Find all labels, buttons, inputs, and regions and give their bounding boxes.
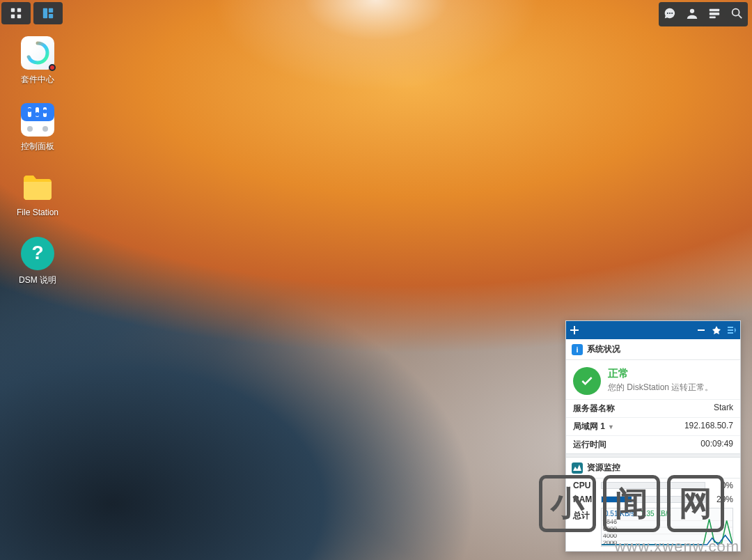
control-panel-shortcut[interactable]: 控制面板 — [10, 103, 65, 153]
cpu-row: CPU 0% — [566, 479, 740, 492]
search-button[interactable] — [726, 2, 748, 24]
icon-label: File Station — [10, 208, 65, 217]
svg-rect-31 — [728, 332, 733, 334]
system-status-header[interactable]: i 系统状况 — [566, 339, 740, 360]
svg-point-14 — [733, 9, 739, 16]
network-row: 总计 0.51 KB/s 1.35 KB/s 7846 6000 4000 20… — [566, 506, 740, 551]
dashboard-icon — [42, 7, 54, 20]
svg-rect-3 — [17, 15, 21, 18]
svg-point-24 — [42, 126, 48, 132]
monitor-icon — [572, 462, 583, 474]
icon-label: 套件中心 — [10, 74, 65, 86]
search-icon — [730, 7, 743, 20]
widgets-icon — [708, 7, 721, 20]
svg-rect-12 — [710, 13, 719, 15]
svg-rect-0 — [11, 8, 15, 12]
status-ok-icon — [573, 367, 601, 395]
svg-rect-4 — [43, 8, 47, 18]
user-icon — [686, 7, 698, 20]
info-icon: i — [572, 344, 583, 355]
uptime-row: 运行时间 00:09:49 — [566, 435, 740, 453]
collapse-icon[interactable] — [728, 326, 736, 334]
svg-rect-13 — [710, 17, 716, 19]
resource-monitor-header[interactable]: 资源监控 — [566, 458, 740, 479]
svg-rect-28 — [698, 329, 705, 331]
cpu-bar — [601, 482, 705, 489]
svg-text:?: ? — [31, 242, 43, 263]
svg-rect-27 — [570, 329, 579, 331]
status-description: 您的 DiskStation 运转正常。 — [608, 382, 713, 394]
control-panel-icon — [21, 103, 54, 137]
grid-icon — [10, 7, 22, 20]
chat-icon — [664, 7, 676, 20]
svg-rect-6 — [49, 14, 53, 18]
svg-rect-2 — [11, 15, 15, 18]
svg-point-20 — [28, 108, 32, 112]
minimize-icon[interactable] — [697, 326, 705, 334]
desktop: 套件中心 控制面板 File Station ? DSM 说明 — [0, 0, 752, 560]
widgets-button[interactable] — [703, 2, 726, 24]
section-title-text: 资源监控 — [587, 462, 620, 474]
package-center-shortcut[interactable]: 套件中心 — [10, 36, 65, 86]
svg-point-10 — [690, 9, 694, 13]
server-name-value: Stark — [714, 403, 733, 414]
notification-badge — [49, 64, 56, 71]
file-station-shortcut[interactable]: File Station — [10, 170, 65, 217]
ram-percent: 29% — [710, 495, 733, 504]
status-block: 正常 您的 DiskStation 运转正常。 — [566, 360, 740, 399]
uptime-value: 00:09:49 — [700, 439, 733, 451]
svg-point-7 — [667, 13, 668, 14]
svg-rect-5 — [49, 8, 53, 13]
widget-header[interactable] — [566, 321, 740, 339]
cpu-percent: 0% — [710, 481, 733, 490]
section-title-text: 系统状况 — [587, 343, 620, 355]
svg-rect-11 — [710, 9, 719, 12]
taskbar — [0, 0, 752, 26]
pin-icon[interactable] — [712, 326, 721, 334]
svg-rect-29 — [728, 327, 733, 328]
chat-button[interactable] — [659, 2, 681, 24]
lan-ip-value: 192.168.50.7 — [684, 421, 733, 433]
network-graph: 0.51 KB/s 1.35 KB/s 7846 6000 4000 2000 — [601, 508, 733, 547]
dashboard-button[interactable] — [33, 2, 63, 24]
ram-row: RAM 29% — [566, 492, 740, 506]
add-widget-icon[interactable] — [570, 326, 579, 334]
system-widget-panel: i 系统状况 正常 您的 DiskStation 运转正常。 服务器名称 Sta… — [565, 320, 741, 552]
svg-point-8 — [669, 13, 671, 14]
svg-point-23 — [27, 126, 33, 132]
svg-rect-30 — [728, 329, 733, 331]
apps-grid-button[interactable] — [1, 2, 31, 24]
svg-point-21 — [36, 112, 40, 116]
svg-point-22 — [43, 109, 47, 114]
dsm-help-shortcut[interactable]: ? DSM 说明 — [10, 237, 65, 286]
icon-label: 控制面板 — [10, 141, 65, 153]
user-button[interactable] — [681, 2, 703, 24]
svg-point-9 — [671, 13, 673, 14]
svg-rect-1 — [17, 8, 21, 12]
icon-label: DSM 说明 — [10, 274, 65, 286]
ram-bar — [601, 496, 705, 503]
lan-row[interactable]: 局域网 1▼ 192.168.50.7 — [566, 417, 740, 435]
help-icon: ? — [21, 237, 54, 270]
folder-icon — [21, 170, 54, 203]
server-name-row: 服务器名称 Stark — [566, 399, 740, 417]
svg-line-15 — [739, 15, 742, 19]
chevron-down-icon: ▼ — [608, 423, 614, 430]
status-label: 正常 — [608, 367, 713, 380]
